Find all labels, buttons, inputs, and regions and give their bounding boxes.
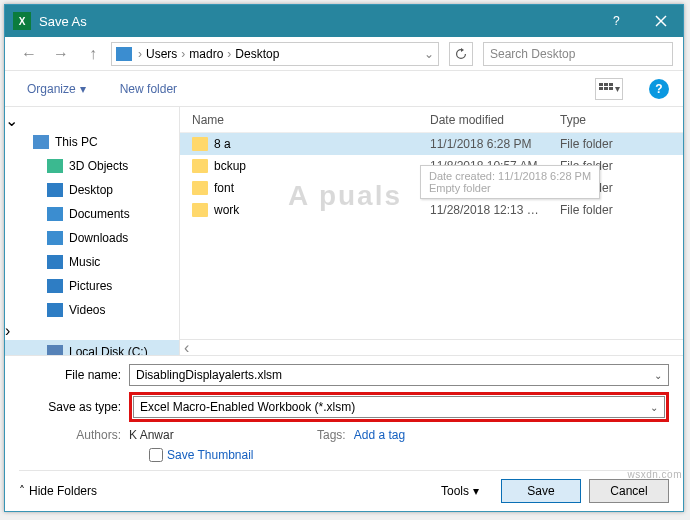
view-mode-button[interactable]: ▾ [595, 78, 623, 100]
disk-icon [47, 345, 63, 355]
documents-icon [47, 207, 63, 221]
col-name[interactable]: Name [180, 113, 430, 127]
save-thumbnail-checkbox[interactable] [149, 448, 163, 462]
toolbar: Organize ▾ New folder ▾ ? [5, 71, 683, 107]
pc-icon [33, 135, 49, 149]
tree-this-pc[interactable]: This PC [5, 130, 179, 154]
crumb-desktop[interactable]: Desktop [231, 47, 283, 61]
tree-3d-objects[interactable]: 3D Objects [5, 154, 179, 178]
tree-music[interactable]: Music [5, 250, 179, 274]
window-title: Save As [39, 14, 595, 29]
horizontal-scrollbar[interactable]: ‹ [180, 339, 683, 355]
chevron-down-icon: ▾ [615, 83, 620, 94]
crumb-madro[interactable]: madro [185, 47, 227, 61]
breadcrumb[interactable]: › Users › madro › Desktop ⌄ [111, 42, 439, 66]
col-date[interactable]: Date modified [430, 113, 560, 127]
col-type[interactable]: Type [560, 113, 683, 127]
cube-icon [47, 159, 63, 173]
tree-downloads[interactable]: Downloads [5, 226, 179, 250]
authors-label: Authors: [19, 428, 129, 442]
close-icon [655, 15, 667, 27]
svg-rect-7 [604, 87, 608, 90]
music-icon [47, 255, 63, 269]
folder-icon [192, 181, 208, 195]
question-icon: ? [610, 14, 624, 28]
crumb-users[interactable]: Users [142, 47, 181, 61]
source-watermark: wsxdn.com [627, 469, 682, 480]
save-thumbnail-label: Save Thumbnail [167, 448, 254, 462]
tree-pictures[interactable]: Pictures [5, 274, 179, 298]
svg-rect-5 [609, 83, 613, 86]
search-placeholder: Search Desktop [490, 47, 575, 61]
expand-icon[interactable]: › [5, 322, 10, 339]
chevron-down-icon[interactable]: ⌄ [650, 402, 658, 413]
close-button[interactable] [639, 5, 683, 37]
chevron-up-icon: ˄ [19, 484, 25, 498]
savetype-select[interactable]: Excel Macro-Enabled Workbook (*.xlsm) ⌄ [133, 396, 665, 418]
downloads-icon [47, 231, 63, 245]
view-icon [599, 83, 613, 95]
filename-input[interactable]: DisablingDisplayalerts.xlsm ⌄ [129, 364, 669, 386]
folder-icon [192, 203, 208, 217]
nav-bar: ← → ↑ › Users › madro › Desktop ⌄ Search… [5, 37, 683, 71]
column-headers: Name Date modified Type [180, 107, 683, 133]
folder-icon [192, 137, 208, 151]
pictures-icon [47, 279, 63, 293]
refresh-icon [455, 48, 467, 60]
desktop-icon [47, 183, 63, 197]
nav-forward-button[interactable]: → [47, 40, 75, 68]
cancel-button[interactable]: Cancel [589, 479, 669, 503]
videos-icon [47, 303, 63, 317]
footer: File name: DisablingDisplayalerts.xlsm ⌄… [5, 355, 683, 511]
tree-videos[interactable]: Videos [5, 298, 179, 322]
chevron-down-icon: ▾ [473, 484, 479, 498]
chevron-down-icon[interactable]: ⌄ [654, 370, 662, 381]
collapse-icon[interactable]: ⌄ [5, 112, 18, 129]
filename-label: File name: [19, 368, 129, 382]
nav-back-button[interactable]: ← [15, 40, 43, 68]
hide-folders-button[interactable]: ˄ Hide Folders [19, 484, 97, 498]
svg-rect-6 [599, 87, 603, 90]
help-button[interactable]: ? [595, 5, 639, 37]
refresh-button[interactable] [449, 42, 473, 66]
savetype-label: Save as type: [19, 400, 129, 414]
nav-up-button[interactable]: ↑ [79, 40, 107, 68]
drive-icon [116, 47, 132, 61]
excel-icon: X [13, 12, 31, 30]
file-list: 8 a 11/1/2018 6:28 PM File folder bckup … [180, 133, 683, 339]
sidebar: ⌄ This PC 3D Objects Desktop Documents D… [5, 107, 180, 355]
save-button[interactable]: Save [501, 479, 581, 503]
tooltip: Date created: 11/1/2018 6:28 PM Empty fo… [420, 165, 600, 199]
tree-local-disk-c[interactable]: Local Disk (C:) [5, 340, 179, 355]
svg-rect-8 [609, 87, 613, 90]
chevron-down-icon[interactable]: ⌄ [424, 47, 434, 61]
save-as-dialog: X Save As ? ← → ↑ › Users › madro › Desk… [4, 4, 684, 512]
folder-icon [192, 159, 208, 173]
authors-value[interactable]: K Anwar [129, 428, 174, 442]
organize-button[interactable]: Organize ▾ [19, 78, 94, 100]
file-pane: Name Date modified Type 8 a 11/1/2018 6:… [180, 107, 683, 355]
tree-desktop[interactable]: Desktop [5, 178, 179, 202]
new-folder-button[interactable]: New folder [112, 78, 185, 100]
titlebar: X Save As ? [5, 5, 683, 37]
svg-rect-3 [599, 83, 603, 86]
svg-text:?: ? [613, 14, 620, 28]
tags-link[interactable]: Add a tag [354, 428, 405, 442]
tags-label: Tags: [314, 428, 354, 442]
tools-button[interactable]: Tools ▾ [441, 484, 479, 498]
chevron-down-icon: ▾ [80, 82, 86, 96]
svg-rect-4 [604, 83, 608, 86]
file-row[interactable]: 8 a 11/1/2018 6:28 PM File folder [180, 133, 683, 155]
search-input[interactable]: Search Desktop [483, 42, 673, 66]
main-pane: ⌄ This PC 3D Objects Desktop Documents D… [5, 107, 683, 355]
file-row[interactable]: work 11/28/2018 12:13 … File folder [180, 199, 683, 221]
tree-documents[interactable]: Documents [5, 202, 179, 226]
help-icon-button[interactable]: ? [649, 79, 669, 99]
